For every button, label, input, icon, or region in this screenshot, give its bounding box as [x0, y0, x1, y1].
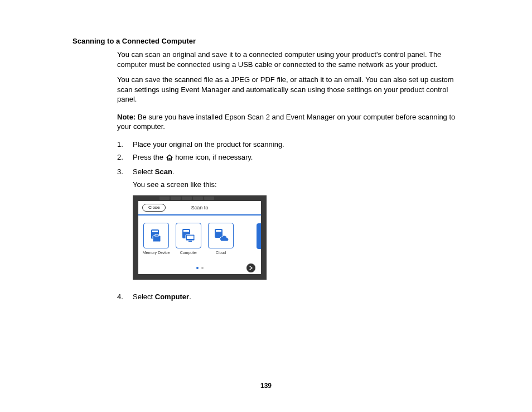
- svg-rect-1: [152, 231, 158, 232]
- step-3-bold: Scan: [155, 167, 172, 176]
- step-3-subtext: You see a screen like this:: [133, 180, 460, 190]
- note-label: Note:: [117, 113, 136, 121]
- paragraph-1: You can scan an original and save it to …: [117, 50, 460, 69]
- step-3: Select Scan. You see a screen like this:: [117, 167, 460, 190]
- close-button: Close: [142, 204, 166, 212]
- tile-memory-device: Memory Device: [142, 223, 171, 255]
- svg-rect-7: [187, 236, 194, 239]
- tile-memory-device-label: Memory Device: [142, 251, 171, 255]
- memory-device-icon: [143, 223, 169, 248]
- computer-icon: [176, 223, 201, 248]
- step-4-bold: Computer: [155, 293, 189, 301]
- step-4: Select Computer.: [117, 292, 460, 302]
- tile-cloud: Cloud: [206, 223, 235, 255]
- svg-rect-10: [216, 230, 221, 232]
- tile-cloud-label: Cloud: [206, 251, 235, 255]
- note-text: Be sure you have installed Epson Scan 2 …: [117, 113, 455, 131]
- paragraph-2: You can save the scanned file as a JPEG …: [117, 75, 460, 104]
- section-title: Scanning to a Connected Computer: [72, 37, 460, 45]
- note-paragraph: Note: Be sure you have installed Epson S…: [117, 112, 460, 132]
- svg-rect-2: [153, 236, 161, 242]
- svg-rect-8: [188, 241, 192, 242]
- step-4-text-a: Select: [133, 293, 155, 301]
- svg-rect-5: [183, 230, 189, 232]
- step-3-text-a: Select: [133, 167, 155, 176]
- svg-rect-3: [155, 234, 158, 236]
- step-4-text-c: .: [189, 293, 191, 301]
- page-indicator: [196, 267, 204, 269]
- next-arrow-icon: [246, 264, 255, 272]
- step-2-text-b: home icon, if necessary.: [173, 153, 253, 161]
- page-number: 139: [260, 382, 272, 390]
- tile-computer-label: Computer: [174, 251, 203, 255]
- tile-computer: Computer: [174, 223, 203, 255]
- step-2-text-a: Press the: [133, 153, 166, 161]
- cloud-icon: [208, 223, 234, 248]
- step-2: Press the home icon, if necessary.: [117, 152, 460, 164]
- step-1: Place your original on the product for s…: [117, 140, 460, 150]
- step-3-text-c: .: [172, 167, 175, 176]
- screen-title: Scan to: [191, 205, 209, 210]
- home-icon: [166, 154, 173, 164]
- tile-partial-next: [257, 223, 261, 249]
- screenshot-figure: Close Scan to Memory Devi: [133, 195, 460, 280]
